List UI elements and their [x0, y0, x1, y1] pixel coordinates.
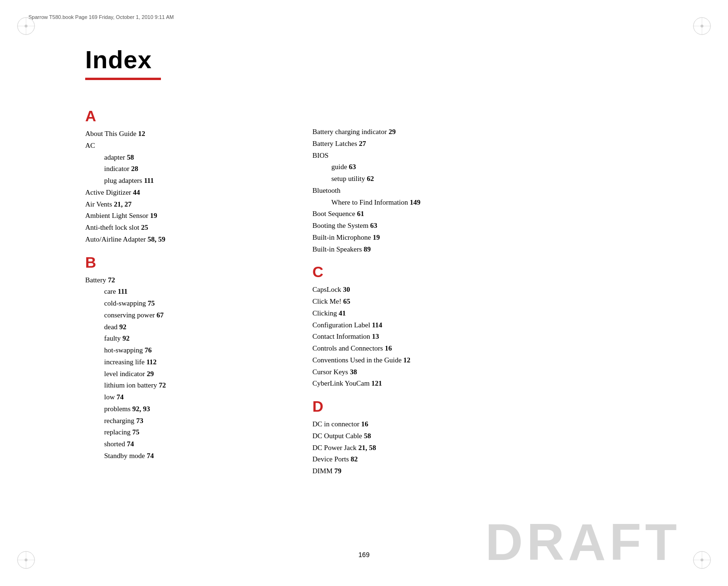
- entry-c-section: CapsLock 30 Click Me! 65 Clicking 41 Con…: [312, 284, 700, 389]
- right-column: Battery charging indicator 29 Battery La…: [312, 99, 700, 477]
- left-column: A About This Guide 12 AC adapter 58 indi…: [85, 99, 284, 477]
- entry-about-this-guide: About This Guide 12 AC adapter 58 indica…: [85, 128, 284, 245]
- draft-watermark: DRAFT: [485, 512, 681, 572]
- section-letter-b: B: [85, 254, 284, 271]
- section-letter-d: D: [312, 398, 700, 415]
- corner-decoration-bl: [14, 548, 38, 572]
- corner-decoration-tl: [14, 14, 38, 38]
- page-number: 169: [358, 551, 369, 559]
- title-underline: [85, 78, 161, 80]
- entry-d-section: DC in connector 16 DC Output Cable 58 DC…: [312, 418, 700, 477]
- section-letter-c: C: [312, 263, 700, 281]
- page-title: Index: [85, 45, 700, 74]
- title-section: Index: [85, 45, 700, 80]
- section-letter-a: A: [85, 108, 284, 125]
- corner-decoration-tr: [690, 14, 714, 38]
- page: Sparrow T580.book Page 169 Friday, Octob…: [0, 0, 728, 586]
- page-header: Sparrow T580.book Page 169 Friday, Octob…: [28, 14, 700, 22]
- entry-battery: Battery 72 care 111 cold-swapping 75 con…: [85, 274, 284, 462]
- b-continuation: Battery charging indicator 29 Battery La…: [312, 126, 700, 255]
- corner-decoration-br: [690, 548, 714, 572]
- entry-battery-charging: Battery charging indicator 29 Battery La…: [312, 126, 700, 255]
- content-area: A About This Guide 12 AC adapter 58 indi…: [85, 99, 700, 477]
